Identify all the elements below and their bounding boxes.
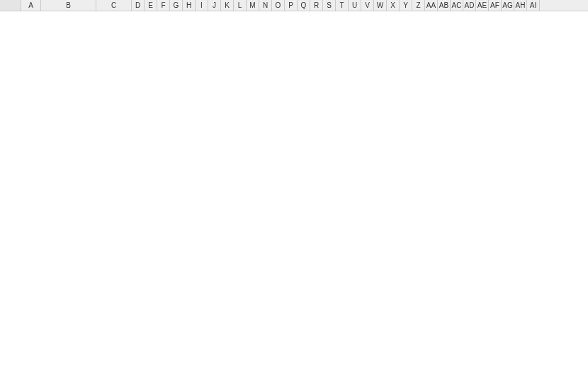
col-header-AA[interactable]: AA [425, 0, 438, 11]
col-header-AE[interactable]: AE [476, 0, 489, 11]
col-header-G[interactable]: G [170, 0, 183, 11]
col-header-U[interactable]: U [349, 0, 361, 11]
col-header-S[interactable]: S [323, 0, 336, 11]
col-header-AC[interactable]: AC [451, 0, 463, 11]
col-header-O[interactable]: O [272, 0, 285, 11]
col-header-V[interactable]: V [361, 0, 374, 11]
spreadsheet: ABCDEFGHIJKLMNOPQRSTUVWXYZAAABACADAEAFAG… [0, 0, 588, 11]
col-header-M[interactable]: M [247, 0, 259, 11]
column-header-bar: ABCDEFGHIJKLMNOPQRSTUVWXYZAAABACADAEAFAG… [0, 0, 588, 11]
col-header-L[interactable]: L [234, 0, 247, 11]
col-header-X[interactable]: X [387, 0, 400, 11]
col-header-Q[interactable]: Q [298, 0, 310, 11]
col-header-N[interactable]: N [259, 0, 272, 11]
select-all-corner[interactable] [0, 0, 21, 11]
col-header-I[interactable]: I [196, 0, 208, 11]
col-header-E[interactable]: E [145, 0, 157, 11]
col-header-C[interactable]: C [96, 0, 132, 11]
col-header-AG[interactable]: AG [502, 0, 514, 11]
col-header-AF[interactable]: AF [489, 0, 502, 11]
col-header-W[interactable]: W [374, 0, 387, 11]
col-header-P[interactable]: P [285, 0, 298, 11]
col-header-AH[interactable]: AH [514, 0, 527, 11]
col-header-Y[interactable]: Y [400, 0, 412, 11]
col-header-AD[interactable]: AD [463, 0, 476, 11]
col-header-D[interactable]: D [132, 0, 145, 11]
col-header-F[interactable]: F [157, 0, 170, 11]
col-header-J[interactable]: J [208, 0, 221, 11]
col-header-A[interactable]: A [21, 0, 41, 11]
col-header-H[interactable]: H [183, 0, 196, 11]
col-header-AI[interactable]: AI [527, 0, 540, 11]
col-header-AB[interactable]: AB [438, 0, 451, 11]
col-header-T[interactable]: T [336, 0, 349, 11]
col-header-B[interactable]: B [41, 0, 96, 11]
col-header-Z[interactable]: Z [412, 0, 425, 11]
col-header-K[interactable]: K [221, 0, 234, 11]
col-header-R[interactable]: R [310, 0, 323, 11]
